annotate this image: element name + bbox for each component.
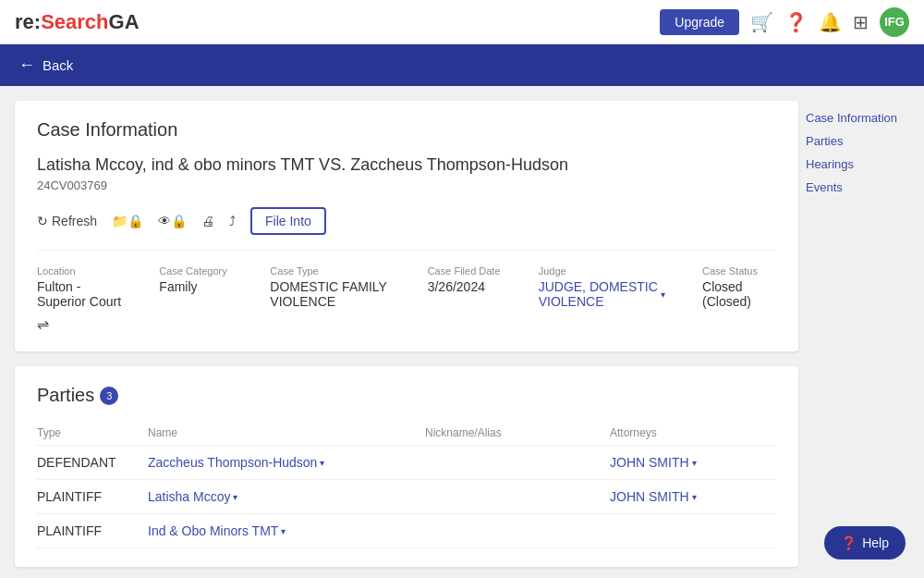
file-into-button[interactable]: File Into xyxy=(250,207,326,235)
party-name[interactable]: Ind & Obo Minors TMT ▾ xyxy=(148,514,425,548)
table-header-row: Type Name Nickname/Alias Attorneys xyxy=(37,421,776,446)
party-name-link[interactable]: Ind & Obo Minors TMT ▾ xyxy=(148,523,425,538)
party-nickname xyxy=(425,480,610,514)
judge-label: Judge xyxy=(539,265,665,277)
judge-chevron-icon: ▾ xyxy=(661,289,665,300)
party-name[interactable]: Zaccheus Thompson-Hudson ▾ xyxy=(148,446,425,480)
eye-lock-button[interactable]: 👁🔒 xyxy=(158,214,187,228)
parties-title: Parties 3 xyxy=(37,385,776,406)
eye-lock-icon: 👁🔒 xyxy=(158,214,187,228)
meta-judge: Judge JUDGE, DOMESTIC VIOLENCE ▾ xyxy=(539,265,665,309)
table-row: PLAINTIFFLatisha Mccoy ▾JOHN SMITH ▾ xyxy=(37,480,776,514)
type-label: Case Type xyxy=(270,265,390,277)
share-button[interactable]: ⤴ xyxy=(229,214,236,228)
location-label: Location xyxy=(37,265,122,277)
case-number: 24CV003769 xyxy=(37,178,776,192)
filed-value: 3/26/2024 xyxy=(428,279,502,294)
logo-search: Search xyxy=(41,10,108,33)
refresh-button[interactable]: ↻ Refresh xyxy=(37,214,97,228)
parties-table: Type Name Nickname/Alias Attorneys DEFEN… xyxy=(37,421,776,548)
attorney-chevron-icon: ▾ xyxy=(692,492,697,502)
sidebar-link[interactable]: Events xyxy=(806,178,909,197)
content-area: Case Information Latisha Mccoy, ind & ob… xyxy=(15,101,798,567)
meta-type: Case Type DOMESTIC FAMILY VIOLENCE xyxy=(270,265,390,309)
share-icon: ⤴ xyxy=(229,214,236,228)
col-nickname: Nickname/Alias xyxy=(425,421,610,446)
case-actions: ↻ Refresh 📁🔒 👁🔒 🖨 ⤴ File Into xyxy=(37,207,776,251)
party-name-chevron-icon: ▾ xyxy=(281,526,286,536)
print-icon: 🖨 xyxy=(201,214,214,228)
party-attorney[interactable] xyxy=(610,514,776,548)
party-name-chevron-icon: ▾ xyxy=(320,458,324,468)
help-button[interactable]: ❓ Help xyxy=(824,526,906,560)
back-label: Back xyxy=(43,57,73,73)
party-type: PLAINTIFF xyxy=(37,480,148,514)
meta-category: Case Category Family xyxy=(159,265,233,294)
meta-filed: Case Filed Date 3/26/2024 xyxy=(428,265,502,294)
type-value: DOMESTIC FAMILY VIOLENCE xyxy=(270,279,390,309)
avatar[interactable]: IFG xyxy=(880,7,909,37)
main-content: Case Information Latisha Mccoy, ind & ob… xyxy=(0,86,924,578)
case-information-card: Case Information Latisha Mccoy, ind & ob… xyxy=(15,101,798,351)
sidebar-link[interactable]: Parties xyxy=(806,131,909,151)
case-title: Latisha Mccoy, ind & obo minors TMT VS. … xyxy=(37,155,776,175)
meta-location: Location Fulton - Superior Court ⇌ xyxy=(37,265,122,333)
table-row: PLAINTIFFInd & Obo Minors TMT ▾ xyxy=(37,514,776,548)
folder-lock-button[interactable]: 📁🔒 xyxy=(112,214,143,228)
party-nickname xyxy=(425,514,610,548)
print-button[interactable]: 🖨 xyxy=(201,214,214,228)
sidebar-link[interactable]: Hearings xyxy=(806,154,909,174)
meta-status: Case Status Closed (Closed) xyxy=(702,265,776,309)
party-nickname xyxy=(425,446,610,480)
party-name-link[interactable]: Zaccheus Thompson-Hudson ▾ xyxy=(148,455,425,470)
filed-label: Case Filed Date xyxy=(428,265,502,277)
category-value: Family xyxy=(159,279,233,294)
upgrade-button[interactable]: Upgrade xyxy=(660,9,739,35)
status-value: Closed (Closed) xyxy=(702,279,776,309)
back-arrow-icon: ← xyxy=(18,55,35,75)
col-attorneys: Attorneys xyxy=(610,421,776,446)
help-circle-icon[interactable]: ❓ xyxy=(784,11,808,33)
category-label: Case Category xyxy=(159,265,233,277)
bell-icon[interactable]: 🔔 xyxy=(819,11,842,33)
sidebar-links: Case InformationPartiesHearingsEvents xyxy=(806,101,909,197)
grid-icon[interactable]: ⊞ xyxy=(853,11,869,33)
parties-title-text: Parties xyxy=(37,385,94,406)
folder-lock-icon: 📁🔒 xyxy=(112,214,143,228)
case-information-title: Case Information xyxy=(37,119,776,141)
parties-card: Parties 3 Type Name Nickname/Alias Attor… xyxy=(15,366,798,567)
header-right: Upgrade 🛒 ❓ 🔔 ⊞ IFG xyxy=(660,7,909,37)
case-meta: Location Fulton - Superior Court ⇌ Case … xyxy=(37,265,776,333)
header: re:SearchGA Upgrade 🛒 ❓ 🔔 ⊞ IFG xyxy=(0,0,924,44)
party-name-link[interactable]: Latisha Mccoy ▾ xyxy=(148,489,425,504)
party-type: DEFENDANT xyxy=(37,446,148,480)
parties-badge: 3 xyxy=(100,387,118,405)
attorney-link[interactable]: JOHN SMITH ▾ xyxy=(610,489,776,504)
help-circle-icon: ❓ xyxy=(841,535,857,550)
sidebar-link[interactable]: Case Information xyxy=(806,108,909,128)
refresh-icon: ↻ xyxy=(37,214,48,228)
cart-icon[interactable]: 🛒 xyxy=(750,11,773,33)
judge-value[interactable]: JUDGE, DOMESTIC VIOLENCE ▾ xyxy=(539,279,665,309)
logo-re: re: xyxy=(15,10,41,33)
logo: re:SearchGA xyxy=(15,10,140,34)
location-value: Fulton - Superior Court xyxy=(37,279,122,309)
back-bar[interactable]: ← Back xyxy=(0,44,924,86)
help-label: Help xyxy=(862,535,889,550)
refresh-label: Refresh xyxy=(52,214,97,228)
party-attorney[interactable]: JOHN SMITH ▾ xyxy=(610,480,776,514)
col-name: Name xyxy=(148,421,425,446)
col-type: Type xyxy=(37,421,148,446)
status-label: Case Status xyxy=(702,265,776,277)
right-sidebar: Case InformationPartiesHearingsEvents xyxy=(798,101,909,567)
attorney-link[interactable]: JOHN SMITH ▾ xyxy=(610,455,776,470)
party-name[interactable]: Latisha Mccoy ▾ xyxy=(148,480,425,514)
party-type: PLAINTIFF xyxy=(37,514,148,548)
switch-icon[interactable]: ⇌ xyxy=(37,315,122,333)
table-row: DEFENDANTZaccheus Thompson-Hudson ▾JOHN … xyxy=(37,446,776,480)
party-attorney[interactable]: JOHN SMITH ▾ xyxy=(610,446,776,480)
party-name-chevron-icon: ▾ xyxy=(233,492,237,502)
logo-ga: GA xyxy=(109,10,140,33)
attorney-chevron-icon: ▾ xyxy=(692,458,697,468)
